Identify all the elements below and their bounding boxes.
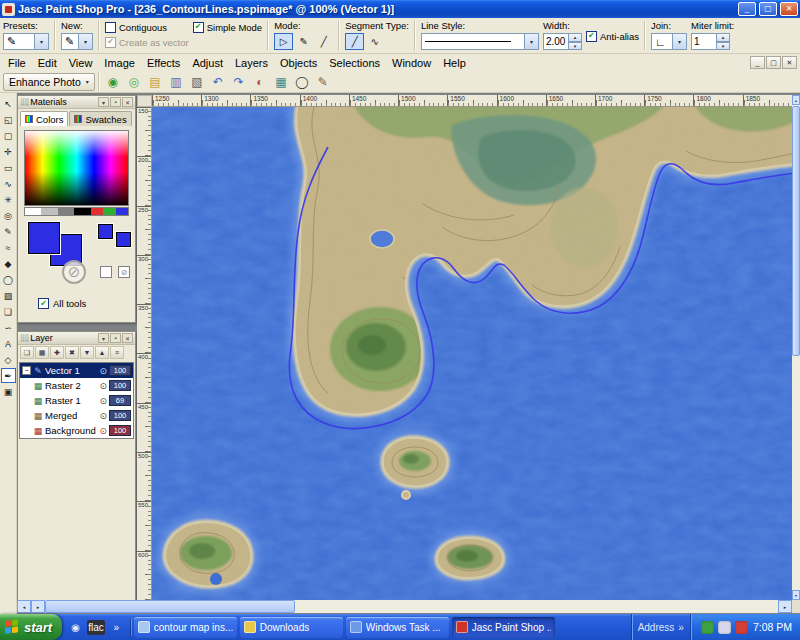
tab-colors[interactable]: Colors — [20, 111, 68, 126]
layer-row[interactable]: − ✎ Vector 1 ⊙ 100 — [20, 363, 133, 378]
tool-button[interactable]: ▨ — [1, 288, 16, 303]
tool-button[interactable]: ▢ — [1, 128, 16, 143]
tool-button[interactable]: ▣ — [1, 384, 16, 399]
menu-item[interactable]: Objects — [274, 56, 323, 70]
menu-item[interactable]: Help — [437, 56, 472, 70]
grayscale-strip[interactable] — [24, 207, 129, 216]
close-button[interactable]: ✕ — [780, 2, 798, 16]
tool-button[interactable]: A — [1, 336, 16, 351]
tool-button[interactable]: ◯ — [1, 272, 16, 287]
mdi-minimize-button[interactable]: _ — [750, 56, 765, 69]
tool-button[interactable]: ∽ — [1, 320, 16, 335]
visibility-eye-icon[interactable]: ⊙ — [99, 426, 107, 436]
toolbar-icon-button[interactable]: ✎ — [313, 73, 333, 91]
toolbar-icon-button[interactable]: ◉ — [103, 73, 123, 91]
taskbar-task-button[interactable]: contour map ins... — [134, 617, 237, 638]
presets-dropdown[interactable]: ✎ ▾ — [3, 33, 49, 50]
width-spinner[interactable]: 2.00 ▴ ▾ — [543, 33, 582, 50]
contiguous-checkbox[interactable]: Contiguous — [105, 20, 189, 34]
tab-swatches[interactable]: Swatches — [69, 111, 131, 126]
tool-button[interactable]: ◆ — [1, 256, 16, 271]
scroll-right-icon[interactable]: ▸ — [778, 600, 792, 613]
background-material-swatch[interactable] — [116, 232, 131, 247]
materials-palette-header[interactable]: ⣿⣿ Materials ▾▪✕ — [18, 96, 135, 109]
toolbar-icon-button[interactable]: ▤ — [145, 73, 165, 91]
layer-row[interactable]: ▦ Raster 2 ⊙ 100 — [20, 378, 133, 393]
toolbar-icon-button[interactable]: ↶ — [208, 73, 228, 91]
restore-button[interactable]: ▢ — [759, 2, 777, 16]
menu-item[interactable]: Window — [386, 56, 437, 70]
texture-toggle[interactable]: ⊘ — [118, 266, 130, 278]
new-drawing-button[interactable]: ✎ ▾ — [61, 33, 93, 50]
miter-limit-spinner[interactable]: 1 ▴ ▾ — [691, 33, 734, 50]
segment-type-button[interactable]: ╱ — [345, 33, 364, 50]
tray-icon[interactable] — [718, 621, 731, 634]
horizontal-scroll-thumb[interactable] — [45, 600, 295, 613]
style-toggle[interactable] — [100, 266, 112, 278]
taskbar-task-button[interactable]: Downloads — [240, 617, 343, 638]
chevron-right-icon[interactable]: » — [678, 622, 684, 633]
menu-item[interactable]: Image — [98, 56, 141, 70]
tray-icon[interactable] — [701, 621, 714, 634]
line-style-dropdown[interactable]: ▾ — [421, 33, 539, 50]
vertical-ruler[interactable]: 150200250300350400450500550600 — [137, 107, 152, 600]
toolbar-icon-button[interactable]: ◯ — [292, 73, 312, 91]
tool-button[interactable]: ∿ — [1, 176, 16, 191]
layer-opacity-value[interactable]: 100 — [109, 380, 131, 391]
layer-toolbar-button[interactable]: ❏ — [20, 346, 34, 359]
foreground-color-swatch[interactable] — [28, 222, 60, 254]
layer-toolbar-button[interactable]: ▼ — [80, 346, 94, 359]
mode-button[interactable]: ╱ — [314, 33, 333, 50]
palette-button[interactable]: ✕ — [122, 333, 133, 343]
image-canvas[interactable] — [152, 107, 792, 600]
create-as-vector-checkbox[interactable]: ✔ Create as vector — [105, 35, 189, 49]
tool-button[interactable]: ✳ — [1, 192, 16, 207]
vertical-scroll-thumb[interactable] — [792, 106, 800, 356]
menu-item[interactable]: Edit — [32, 56, 63, 70]
color-picker-map[interactable] — [24, 130, 129, 206]
palette-button[interactable]: ▪ — [110, 333, 121, 343]
miter-limit-value[interactable]: 1 — [691, 33, 717, 50]
tool-button[interactable]: ✒ — [1, 368, 16, 383]
tool-button[interactable]: ✎ — [1, 224, 16, 239]
visibility-eye-icon[interactable]: ⊙ — [99, 366, 107, 376]
scroll-left-icon[interactable]: ◂ — [17, 600, 31, 613]
visibility-eye-icon[interactable]: ⊙ — [99, 411, 107, 421]
width-value[interactable]: 2.00 — [543, 33, 569, 50]
vertical-scrollbar[interactable]: ▴ ▾ — [792, 95, 800, 600]
simple-mode-checkbox[interactable]: ✔ Simple Mode — [193, 20, 262, 34]
toolbar-icon-button[interactable]: ◎ — [124, 73, 144, 91]
toolbar-icon-button[interactable]: ◐ — [250, 73, 270, 91]
scroll-right-icon[interactable]: ▸ — [31, 600, 45, 613]
foreground-material-swatch[interactable] — [98, 224, 113, 239]
taskbar-task-button[interactable]: Jasc Paint Shop ... — [452, 617, 555, 638]
scroll-down-icon[interactable]: ▾ — [792, 590, 800, 600]
tool-button[interactable]: ◎ — [1, 208, 16, 223]
menu-item[interactable]: Adjust — [186, 56, 229, 70]
segment-type-button[interactable]: ∿ — [365, 33, 384, 50]
anti-alias-checkbox[interactable]: ✔ Anti-alias — [586, 29, 639, 43]
transparent-toggle[interactable]: ⊘ — [62, 260, 86, 284]
horizontal-scrollbar[interactable]: ◂ ▸ ▸ — [17, 600, 792, 613]
toolbar-icon-button[interactable]: ↷ — [229, 73, 249, 91]
minimize-button[interactable]: _ — [738, 2, 756, 16]
tool-button[interactable]: ✛ — [1, 144, 16, 159]
menu-item[interactable]: Selections — [323, 56, 386, 70]
layer-toolbar-button[interactable]: ≡ — [110, 346, 124, 359]
layer-toolbar-button[interactable]: ▦ — [35, 346, 49, 359]
join-dropdown[interactable]: ∟ ▾ — [651, 33, 687, 50]
address-toolbar[interactable]: Address » — [631, 614, 690, 640]
layer-toolbar-button[interactable]: ✚ — [50, 346, 64, 359]
toolbar-icon-button[interactable]: ▥ — [166, 73, 186, 91]
palette-button[interactable]: ▾ — [98, 97, 109, 107]
layer-palette-header[interactable]: ⣿⣿ Layer ▾▪✕ — [18, 332, 135, 345]
tool-button[interactable]: ◇ — [1, 352, 16, 367]
visibility-eye-icon[interactable]: ⊙ — [99, 396, 107, 406]
mode-button[interactable]: ▷ — [274, 33, 293, 50]
expander-icon[interactable]: − — [22, 366, 31, 375]
scroll-up-icon[interactable]: ▴ — [792, 95, 800, 105]
layer-toolbar-button[interactable]: ▲ — [95, 346, 109, 359]
taskbar-task-button[interactable]: Windows Task ... — [346, 617, 449, 638]
layer-row[interactable]: ▦ Raster 1 ⊙ 69 — [20, 393, 133, 408]
tool-button[interactable]: ❏ — [1, 304, 16, 319]
